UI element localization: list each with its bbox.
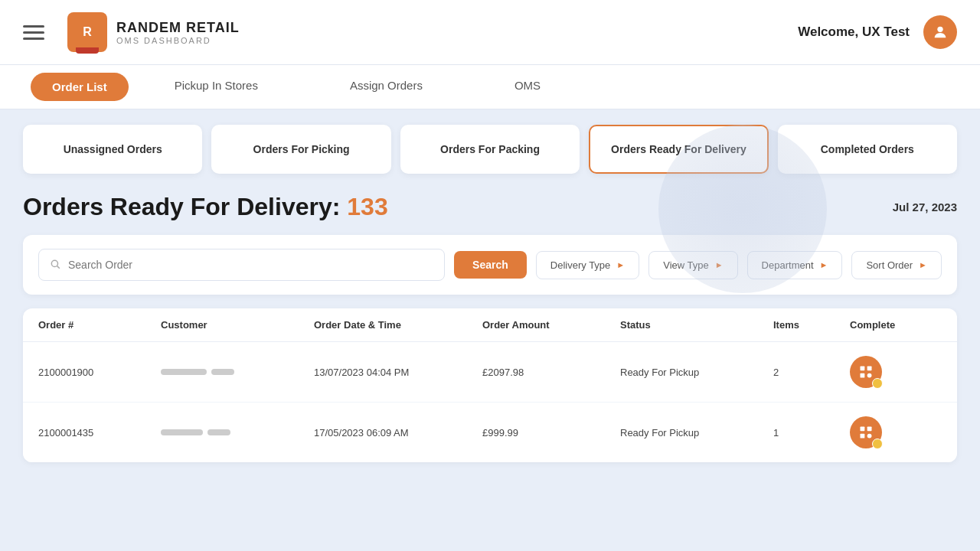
- cell-order-number: 2100001900: [38, 367, 161, 378]
- cell-complete[interactable]: [850, 356, 926, 388]
- svg-rect-5: [861, 373, 865, 378]
- col-order-amount: Order Amount: [482, 319, 620, 331]
- header-right: Welcome, UX Test: [798, 15, 957, 49]
- chevron-down-icon: ►: [616, 260, 625, 269]
- logo-text: RANDEM RETAIL OMS DASHBOARD: [116, 20, 240, 45]
- complete-badge: [872, 378, 883, 389]
- category-cards: Unassigned Orders Orders For Picking Ord…: [23, 125, 957, 174]
- logo-area: R RANDEM RETAIL OMS DASHBOARD: [67, 12, 240, 52]
- table-header: Order # Customer Order Date & Time Order…: [23, 308, 957, 342]
- cell-items: 1: [773, 427, 850, 439]
- search-button[interactable]: Search: [454, 251, 527, 279]
- nav-tabs: Order List Pickup In Stores Assign Order…: [0, 65, 980, 109]
- cell-customer: [161, 429, 314, 435]
- svg-line-2: [57, 266, 60, 268]
- col-order-date-time: Order Date & Time: [314, 319, 482, 331]
- svg-point-1: [51, 260, 57, 266]
- card-unassigned-orders[interactable]: Unassigned Orders: [23, 125, 202, 174]
- header: R RANDEM RETAIL OMS DASHBOARD Welcome, U…: [0, 0, 980, 65]
- svg-rect-8: [867, 427, 872, 432]
- cell-order-amount: £2097.98: [482, 367, 620, 378]
- svg-rect-9: [861, 434, 865, 439]
- col-order-number: Order #: [38, 319, 161, 331]
- filter-sort-order[interactable]: Sort Order ►: [851, 251, 942, 279]
- orders-table: Order # Customer Order Date & Time Order…: [23, 308, 957, 462]
- bg-decoration: [658, 125, 827, 293]
- hamburger-menu[interactable]: [23, 25, 44, 40]
- svg-point-10: [867, 434, 872, 439]
- welcome-text: Welcome, UX Test: [798, 24, 910, 40]
- table-row: 2100001435 17/05/2023 06:09 AM £999.99 R…: [23, 403, 957, 462]
- filter-delivery-type[interactable]: Delivery Type ►: [536, 251, 639, 279]
- col-customer: Customer: [161, 319, 314, 331]
- col-items: Items: [773, 319, 850, 331]
- avatar[interactable]: [923, 15, 957, 49]
- col-complete: Complete: [850, 319, 926, 331]
- search-input[interactable]: [68, 259, 433, 271]
- main-content: Unassigned Orders Orders For Picking Ord…: [0, 109, 980, 551]
- svg-point-6: [867, 373, 872, 378]
- order-count: 133: [347, 193, 387, 220]
- complete-button[interactable]: [850, 356, 882, 388]
- search-icon: [50, 259, 60, 272]
- svg-rect-3: [861, 367, 865, 371]
- cell-status: Ready For Pickup: [620, 367, 773, 378]
- svg-point-0: [937, 27, 942, 32]
- page-title: Orders Ready For Delivery: 133: [23, 193, 388, 221]
- tab-order-list[interactable]: Order List: [31, 73, 129, 101]
- brand-subtitle: OMS DASHBOARD: [116, 36, 240, 45]
- svg-rect-7: [861, 427, 865, 432]
- date-label: Jul 27, 2023: [893, 201, 957, 214]
- complete-button[interactable]: [850, 416, 882, 448]
- search-input-wrap[interactable]: [38, 249, 445, 281]
- cell-order-date-time: 17/05/2023 06:09 AM: [314, 427, 482, 439]
- customer-placeholder: [161, 369, 314, 375]
- cell-order-amount: £999.99: [482, 427, 620, 439]
- customer-placeholder: [161, 429, 314, 435]
- logo-badge: R: [67, 12, 107, 52]
- svg-rect-4: [867, 367, 872, 371]
- col-status: Status: [620, 319, 773, 331]
- cell-customer: [161, 369, 314, 375]
- cell-complete[interactable]: [850, 416, 926, 448]
- cell-items: 2: [773, 367, 850, 378]
- complete-badge: [872, 439, 883, 449]
- tab-oms[interactable]: OMS: [469, 65, 586, 109]
- card-orders-for-picking[interactable]: Orders For Picking: [211, 125, 390, 174]
- cell-order-date-time: 13/07/2023 04:04 PM: [314, 367, 482, 378]
- table-row: 2100001900 13/07/2023 04:04 PM £2097.98 …: [23, 342, 957, 403]
- cell-status: Ready For Pickup: [620, 427, 773, 439]
- chevron-down-icon: ►: [820, 260, 828, 269]
- card-orders-for-packing[interactable]: Orders For Packing: [400, 125, 580, 174]
- tab-assign-orders[interactable]: Assign Orders: [304, 65, 469, 109]
- chevron-down-icon: ►: [919, 260, 927, 269]
- logo-letter: R: [83, 25, 92, 39]
- brand-name: RANDEM RETAIL: [116, 20, 240, 36]
- cell-order-number: 2100001435: [38, 427, 161, 439]
- tab-pickup-in-stores[interactable]: Pickup In Stores: [129, 65, 304, 109]
